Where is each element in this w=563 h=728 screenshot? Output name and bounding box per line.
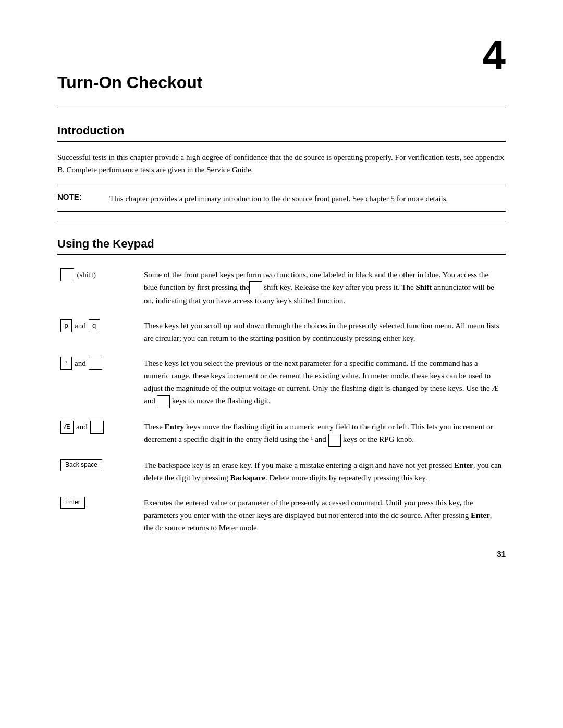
p-key-box: p xyxy=(60,319,72,332)
rpg-key-inline xyxy=(328,434,341,447)
section-divider-intro xyxy=(57,108,506,108)
introduction-heading: Introduction xyxy=(57,124,506,142)
key-cell-shift: (shift) xyxy=(57,264,141,315)
key-cell-pq: p and q xyxy=(57,315,141,353)
desc-cell-updown: These keys let you select the previous o… xyxy=(141,353,506,416)
introduction-body: Successful tests in this chapter provide… xyxy=(57,151,506,176)
desc-cell-pq: These keys let you scroll up and down th… xyxy=(141,315,506,353)
shift-label: (shift) xyxy=(77,268,96,281)
table-row: p and q These keys let you scroll up and… xyxy=(57,315,506,353)
keypad-table: (shift) Some of the front panel keys per… xyxy=(57,264,506,542)
and-label-pq: and xyxy=(75,319,86,332)
note-label: NOTE: xyxy=(57,192,94,205)
shift-annunciator: Shift xyxy=(415,283,432,291)
table-row: Enter Executes the entered value or para… xyxy=(57,492,506,542)
desc-cell-shift: Some of the front panel keys perform two… xyxy=(141,264,506,315)
q-key-box: q xyxy=(89,319,100,332)
key-cell-ae: Æ and xyxy=(57,416,141,455)
down-key-box xyxy=(89,357,102,370)
shift-key-box xyxy=(60,268,74,281)
and-label-ae: and xyxy=(76,421,88,433)
key-cell-backspace: Back space xyxy=(57,455,141,492)
page: 4 Turn-On Checkout Introduction Successf… xyxy=(0,0,563,584)
backspace-bold: Backspace xyxy=(230,474,265,482)
desc-cell-ae: These Entry keys move the flashing digit… xyxy=(141,416,506,455)
shift-key-inline xyxy=(249,281,262,294)
ae-right-key-box xyxy=(90,421,104,434)
table-row: (shift) Some of the front panel keys per… xyxy=(57,264,506,315)
entry-bold: Entry xyxy=(165,423,185,431)
keypad-heading: Using the Keypad xyxy=(57,237,506,255)
up-key-box: ¹ xyxy=(60,357,72,370)
right-key-inline xyxy=(157,395,169,408)
and-label-updown: and xyxy=(75,357,86,369)
table-row: Back space The backspace key is an erase… xyxy=(57,455,506,492)
ae-key-box: Æ xyxy=(60,421,74,434)
table-row: ¹ and These keys let you select the prev… xyxy=(57,353,506,416)
key-cell-enter: Enter xyxy=(57,492,141,542)
section-divider-keypad xyxy=(57,221,506,221)
note-content: This chapter provides a preliminary intr… xyxy=(109,192,448,205)
note-box: NOTE: This chapter provides a preliminar… xyxy=(57,186,506,212)
enter-key-box: Enter xyxy=(60,497,85,509)
backspace-key-box: Back space xyxy=(60,459,102,471)
desc-cell-enter: Executes the entered value or parameter … xyxy=(141,492,506,542)
enter-bold-2: Enter xyxy=(471,511,490,520)
chapter-number: 4 xyxy=(483,31,506,79)
enter-bold-1: Enter xyxy=(454,461,473,470)
desc-cell-backspace: The backspace key is an erase key. If yo… xyxy=(141,455,506,492)
page-number: 31 xyxy=(497,549,506,558)
chapter-title: Turn-On Checkout xyxy=(57,73,506,92)
table-row: Æ and These Entry keys move the flashing… xyxy=(57,416,506,455)
key-cell-updown: ¹ and xyxy=(57,353,141,416)
